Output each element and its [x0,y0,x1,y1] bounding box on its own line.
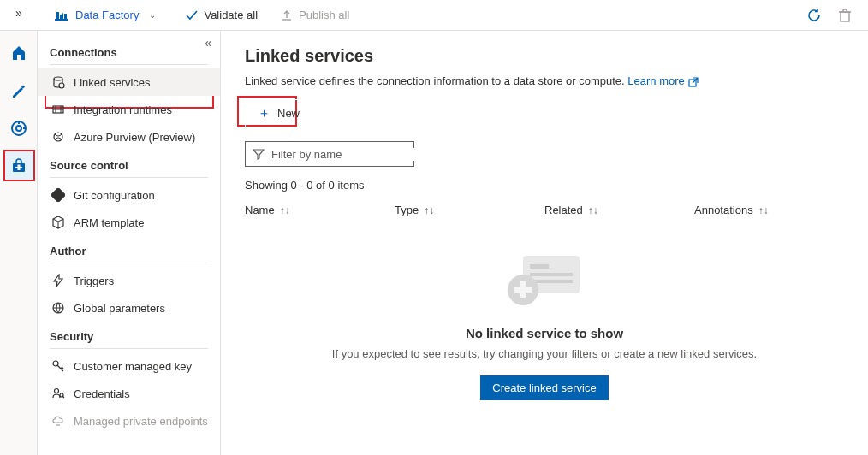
data-factory-icon [55,9,68,22]
git-icon [51,188,65,202]
plus-icon: ＋ [258,105,271,121]
sort-icon: ↑↓ [424,204,434,216]
svg-rect-14 [51,188,65,202]
navigation-rail [0,31,38,455]
discard-icon [837,8,853,23]
svg-rect-0 [55,19,68,21]
svg-point-11 [59,83,64,88]
page-description: Linked service defines the connection in… [245,74,844,87]
column-related[interactable]: Related↑↓ [544,204,694,216]
empty-state: No linked service to show If you expecte… [245,245,844,400]
sidebar-item-label: Customer managed key [74,360,192,373]
sidebar-item-label: Linked services [74,76,151,89]
empty-state-subtitle: If you expected to see results, try chan… [332,347,757,360]
svg-rect-2 [64,14,67,19]
svg-rect-1 [56,12,59,19]
sidebar-item-label: Credentials [74,387,130,400]
manage-sidebar: « Connections Linked services Integratio… [38,31,221,455]
table-header: Name↑↓ Type↑↓ Related↑↓ Annotations↑↓ [245,204,844,223]
svg-rect-3 [841,12,849,21]
collapse-sidebar-icon[interactable]: « [205,36,211,50]
sidebar-item-arm-template[interactable]: ARM template [38,209,220,236]
svg-point-10 [54,77,62,80]
sort-icon: ↑↓ [758,204,769,216]
data-factory-label: Data Factory [75,9,139,21]
svg-point-13 [54,133,62,141]
column-annotations[interactable]: Annotations↑↓ [694,204,844,216]
column-type[interactable]: Type↑↓ [395,204,544,216]
key-icon [51,359,65,373]
purview-icon [51,130,65,144]
rail-author[interactable] [3,75,34,106]
sidebar-item-integration-runtimes[interactable]: Integration runtimes [38,96,220,123]
credentials-icon [51,387,65,400]
filter-icon [253,148,265,160]
top-command-bar: Data Factory ⌄ Validate all Publish all [0,0,868,31]
sidebar-item-linked-services[interactable]: Linked services [38,68,220,96]
sidebar-item-azure-purview[interactable]: Azure Purview (Preview) [38,123,220,151]
sidebar-item-global-parameters[interactable]: Global parameters [38,294,220,322]
sidebar-item-label: Triggers [74,275,114,287]
svg-rect-22 [530,273,573,276]
showing-count: Showing 0 - 0 of 0 items [245,179,844,192]
new-button[interactable]: ＋ New [245,99,312,127]
checkmark-icon [185,9,199,22]
learn-more-link[interactable]: Learn more [627,74,698,87]
section-connections-title: Connections [50,46,208,65]
rail-manage[interactable] [3,151,34,181]
svg-point-17 [55,389,59,393]
expand-chevrons-icon[interactable]: » [15,6,22,20]
filter-input[interactable] [271,148,415,161]
create-linked-service-button[interactable]: Create linked service [480,375,608,400]
publish-all-label: Publish all [299,9,349,21]
triggers-icon [51,274,65,287]
external-link-icon [688,77,699,87]
sidebar-item-label: Managed private endpoints [74,415,208,428]
column-name[interactable]: Name↑↓ [245,204,395,216]
sidebar-item-managed-private-endpoints: Managed private endpoints [38,407,220,434]
section-author-title: Author [50,245,208,263]
empty-state-illustration [497,245,592,314]
sidebar-item-label: Integration runtimes [74,103,172,116]
new-button-label: New [277,107,300,120]
section-security-title: Security [50,330,208,349]
sidebar-item-credentials[interactable]: Credentials [38,380,220,407]
sidebar-item-label: Global parameters [74,302,165,315]
svg-rect-21 [530,264,549,269]
svg-rect-26 [514,287,532,292]
page-title: Linked services [245,46,844,66]
svg-point-6 [16,126,21,131]
sidebar-item-label: Git configuration [74,189,155,202]
upload-icon [280,9,294,22]
refresh-icon[interactable] [806,8,822,23]
filter-box[interactable] [245,141,414,167]
sidebar-item-label: ARM template [74,216,144,229]
sidebar-item-label: Azure Purview (Preview) [74,131,195,144]
main-content: Linked services Linked service defines t… [221,31,868,455]
data-factory-picker[interactable]: Data Factory ⌄ [48,5,163,26]
chevron-down-icon: ⌄ [149,10,156,20]
sidebar-item-triggers[interactable]: Triggers [38,267,220,294]
rail-monitor[interactable] [3,113,34,144]
section-source-control-title: Source control [50,159,208,178]
validate-all-label: Validate all [204,9,258,21]
sidebar-item-customer-managed-key[interactable]: Customer managed key [38,352,220,380]
sort-icon: ↑↓ [588,204,598,216]
arm-template-icon [51,216,65,229]
publish-all-button: Publish all [280,9,349,22]
sidebar-item-git-configuration[interactable]: Git configuration [38,181,220,209]
svg-rect-9 [17,165,20,171]
linked-services-icon [51,75,65,89]
validate-all-button[interactable]: Validate all [185,9,258,22]
integration-runtimes-icon [51,103,65,116]
empty-state-title: No linked service to show [466,326,623,340]
rail-home[interactable] [3,38,34,68]
sort-icon: ↑↓ [280,204,290,216]
endpoints-icon [51,414,65,428]
global-parameters-icon [51,301,65,315]
